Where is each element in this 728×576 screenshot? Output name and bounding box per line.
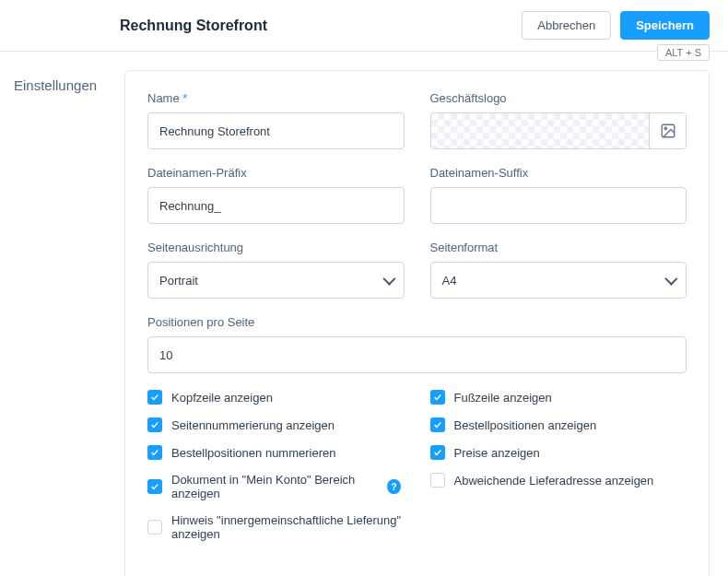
checkbox-label: Abweichende Lieferadresse anzeigen [454,474,654,488]
help-icon[interactable]: ? [387,479,400,494]
checkbox-label: Hinweis "innergemeinschaftliche Lieferun… [171,513,405,541]
checkbox-label: Bestellpositionen nummerieren [171,446,335,460]
orientation-value: Portrait [159,274,198,288]
logo-label: Geschäftslogo [430,91,687,105]
checkbox-item: Dokument in "Mein Konto" Bereich anzeige… [147,473,405,500]
checkbox-item: Abweichende Lieferadresse anzeigen [430,473,687,488]
checkbox-label: Preise anzeigen [454,446,540,460]
checkbox-column-right: Fußzeile anzeigenBestellpositionen anzei… [430,390,687,554]
prefix-input[interactable] [147,187,405,224]
perpage-label: Positionen pro Seite [147,315,687,329]
suffix-label: Dateinamen-Suffix [430,166,687,180]
orientation-select[interactable]: Portrait [147,262,405,299]
logo-field [430,112,687,149]
checkbox[interactable] [430,417,445,432]
checkbox-item: Seitennummerierung anzeigen [147,417,405,432]
checkbox[interactable] [430,390,445,405]
checkbox[interactable] [430,445,445,460]
suffix-input[interactable] [430,187,687,224]
section-label: Einstellungen [14,70,106,576]
prefix-label: Dateinamen-Präfix [147,166,405,180]
checkbox[interactable] [147,479,162,494]
checkbox-label: Bestellpositionen anzeigen [454,418,597,432]
page-title: Rechnung Storefront [120,18,267,34]
name-input[interactable] [147,112,405,149]
checkbox-column-left: Kopfzeile anzeigenSeitennummerierung anz… [147,390,405,554]
settings-card: Name * Geschäftslogo [124,70,710,576]
name-label: Name * [147,91,405,105]
header-actions: Abbrechen Speichern ALT + S [522,11,710,40]
checkbox-label: Dokument in "Mein Konto" Bereich anzeige… [171,473,378,500]
save-shortcut-badge: ALT + S [657,44,710,61]
format-value: A4 [442,274,457,288]
page-header: Rechnung Storefront Abbrechen Speichern … [0,0,728,52]
format-label: Seitenformat [430,241,687,254]
checkbox-label: Seitennummerierung anzeigen [171,418,335,432]
checkbox[interactable] [147,390,162,405]
checkbox-item: Hinweis "innergemeinschaftliche Lieferun… [147,513,405,541]
image-icon [660,123,676,139]
checkbox-item: Bestellpositionen nummerieren [147,445,405,460]
svg-point-1 [664,127,666,129]
checkbox[interactable] [430,473,445,488]
format-select[interactable]: A4 [430,262,687,299]
checkbox-item: Fußzeile anzeigen [430,390,687,405]
logo-upload-button[interactable] [649,113,686,148]
checkbox-item: Kopfzeile anzeigen [147,390,405,405]
checkbox-item: Bestellpositionen anzeigen [430,417,687,432]
checkbox[interactable] [147,445,162,460]
checkbox[interactable] [147,417,162,432]
checkbox-label: Fußzeile anzeigen [454,391,552,405]
orientation-label: Seitenausrichtung [147,241,405,254]
cancel-button[interactable]: Abbrechen [522,11,611,40]
chevron-down-icon [664,273,677,286]
checkbox-label: Kopfzeile anzeigen [171,391,273,405]
logo-preview [431,113,650,148]
checkbox[interactable] [147,520,162,535]
checkbox-item: Preise anzeigen [430,445,687,460]
chevron-down-icon [382,273,395,286]
perpage-input[interactable] [147,336,687,373]
save-button[interactable]: Speichern [620,11,710,40]
